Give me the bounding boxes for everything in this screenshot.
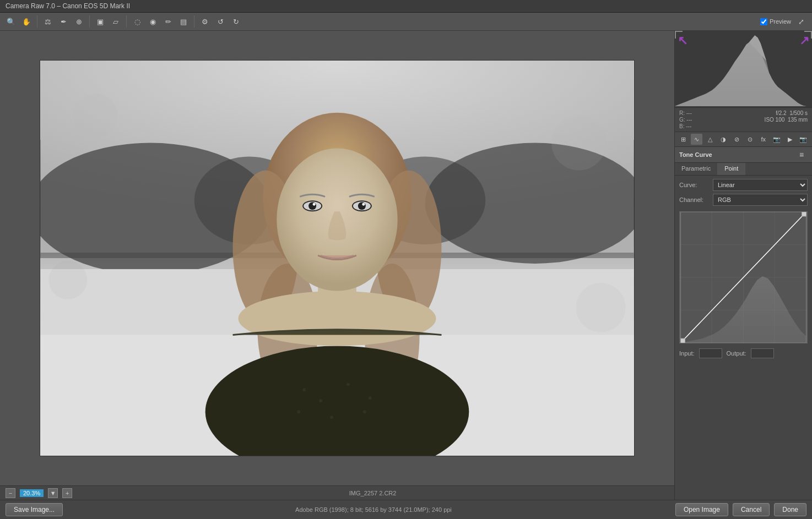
red-eye-button[interactable]: ◉ <box>146 15 159 28</box>
aperture-value: f/2.2 1/500 s <box>744 110 808 116</box>
app-title: Camera Raw 7.0 – Canon EOS 5D Mark II <box>6 2 130 10</box>
svg-point-27 <box>297 410 300 413</box>
tab-parametric[interactable]: Parametric <box>675 163 718 175</box>
svg-point-18 <box>308 202 316 210</box>
fx-button[interactable]: fx <box>757 134 769 145</box>
open-image-button[interactable]: Open Image <box>675 503 728 516</box>
title-bar: Camera Raw 7.0 – Canon EOS 5D Mark II <box>0 0 812 13</box>
right-panel: ↖ ↗ <box>674 31 812 500</box>
svg-point-29 <box>363 410 366 413</box>
channel-label: Channel: <box>679 196 710 203</box>
channel-dropdown[interactable]: RGB Red Green Blue <box>713 194 808 206</box>
presets-button[interactable]: ▶ <box>784 134 796 145</box>
exif-info: R: --- f/2.2 1/500 s G: --- ISO 100 135 … <box>675 108 812 132</box>
input-output-row: Input: Output: <box>675 346 812 361</box>
svg-rect-47 <box>680 338 685 343</box>
color-sampler-button[interactable]: ✒ <box>57 15 70 28</box>
hsl-button[interactable]: ◑ <box>718 134 729 145</box>
svg-point-21 <box>362 203 365 206</box>
graduated-filter-button[interactable]: ▤ <box>177 15 190 28</box>
expand-panel-button[interactable]: ⤢ <box>794 15 808 28</box>
svg-point-28 <box>330 416 333 419</box>
input-label: Input: <box>679 350 695 357</box>
save-image-button[interactable]: Save Image... <box>6 503 63 516</box>
targeted-adj-button[interactable]: ⊕ <box>72 15 85 28</box>
hand-tool-button[interactable]: ✋ <box>20 15 33 28</box>
portrait-svg <box>40 61 634 456</box>
svg-rect-48 <box>802 212 806 216</box>
output-value-field[interactable] <box>751 348 774 358</box>
color-info-text: Adobe RGB (1998); 8 bit; 5616 by 3744 (2… <box>295 506 452 513</box>
svg-point-32 <box>551 116 607 171</box>
preview-label[interactable]: Preview <box>770 18 791 25</box>
toolbar-separator-3 <box>126 15 127 28</box>
footer: Save Image... Adobe RGB (1998); 8 bit; 5… <box>0 500 812 519</box>
rotate-ccw-button[interactable]: ↺ <box>214 15 227 28</box>
basic-adjustments-button[interactable]: ⊞ <box>678 134 689 145</box>
shadow-clipping-indicator[interactable]: ↖ <box>678 34 688 48</box>
footer-left: Save Image... <box>6 503 72 516</box>
zoom-tool-button[interactable]: 🔍 <box>4 15 18 28</box>
g-label: G: --- <box>679 117 743 123</box>
zoom-minus-button[interactable]: − <box>6 488 15 498</box>
zoom-level[interactable]: 20.3% <box>20 489 44 497</box>
toolbar-separator-4 <box>194 15 194 28</box>
split-toning-button[interactable]: ⊘ <box>731 134 743 145</box>
toolbar-separator-1 <box>37 15 37 28</box>
spot-removal-button[interactable]: ◌ <box>131 15 144 28</box>
output-label: Output: <box>727 350 746 357</box>
curve-channel-area: Curve: Linear Medium Contrast Strong Con… <box>675 176 812 209</box>
main-area: − 20.3% ▼ + IMG_2257 2.CR2 ↖ ↗ <box>0 31 812 500</box>
preview-checkbox-area: Preview <box>760 18 791 25</box>
tone-curve-graph[interactable] <box>679 211 808 343</box>
done-button[interactable]: Done <box>774 503 806 516</box>
panel-header: Tone Curve ≡ <box>675 147 812 163</box>
tone-curve-title: Tone Curve <box>679 151 712 158</box>
filename-display: IMG_2257 2.CR2 <box>77 490 669 496</box>
curve-dropdown[interactable]: Linear Medium Contrast Strong Contrast C… <box>713 179 808 191</box>
canvas-status-bar: − 20.3% ▼ + IMG_2257 2.CR2 <box>0 485 674 500</box>
toolbar: 🔍 ✋ ⚖ ✒ ⊕ ▣ ▱ ◌ ◉ ✏ ▤ ⚙ ↺ ↻ Preview ⤢ <box>0 13 812 31</box>
svg-point-23 <box>302 388 306 391</box>
svg-point-31 <box>73 94 117 138</box>
canvas-area: − 20.3% ▼ + IMG_2257 2.CR2 <box>0 31 674 500</box>
zoom-dropdown-button[interactable]: ▼ <box>48 488 58 498</box>
toolbar-right: Preview ⤢ <box>760 15 808 28</box>
tabs-area: Parametric Point <box>675 163 812 176</box>
tone-curve-button[interactable]: ∿ <box>691 134 702 145</box>
adjustment-brush-button[interactable]: ✏ <box>161 15 175 28</box>
r-label: R: --- <box>679 110 743 116</box>
rotate-cw-button[interactable]: ↻ <box>229 15 242 28</box>
preferences-button[interactable]: ⚙ <box>198 15 212 28</box>
image-frame <box>40 60 635 456</box>
cancel-button[interactable]: Cancel <box>733 503 770 516</box>
svg-point-20 <box>313 203 316 206</box>
toolbar-separator-2 <box>89 15 90 28</box>
lens-corrections-button[interactable]: ⊙ <box>744 134 756 145</box>
image-container[interactable] <box>0 31 674 485</box>
svg-point-25 <box>347 383 350 386</box>
crop-tool-button[interactable]: ▣ <box>94 15 107 28</box>
channel-select-row: Channel: RGB Red Green Blue <box>679 194 808 206</box>
camera-calibration-button[interactable]: 📷 <box>771 134 782 145</box>
highlight-clipping-indicator[interactable]: ↗ <box>799 34 809 48</box>
tab-point[interactable]: Point <box>718 163 745 175</box>
curve-label: Curve: <box>679 182 710 188</box>
iso-value: ISO 100 135 mm <box>744 117 808 123</box>
preview-checkbox[interactable] <box>760 18 767 25</box>
white-balance-button[interactable]: ⚖ <box>41 15 55 28</box>
svg-point-33 <box>48 261 87 299</box>
input-value-field[interactable] <box>699 348 722 358</box>
b-label: B: --- <box>679 123 743 129</box>
panel-menu-button[interactable]: ≡ <box>795 149 808 160</box>
svg-point-26 <box>369 396 372 400</box>
footer-center: Adobe RGB (1998); 8 bit; 5616 by 3744 (2… <box>72 506 675 513</box>
svg-point-19 <box>358 202 366 210</box>
svg-point-34 <box>576 283 626 332</box>
snapshots-button[interactable]: 📷 <box>798 134 809 145</box>
svg-point-30 <box>239 291 436 346</box>
straighten-button[interactable]: ▱ <box>109 15 122 28</box>
histogram-svg <box>675 31 812 107</box>
detail-button[interactable]: △ <box>704 134 716 145</box>
zoom-plus-button[interactable]: + <box>62 488 72 498</box>
